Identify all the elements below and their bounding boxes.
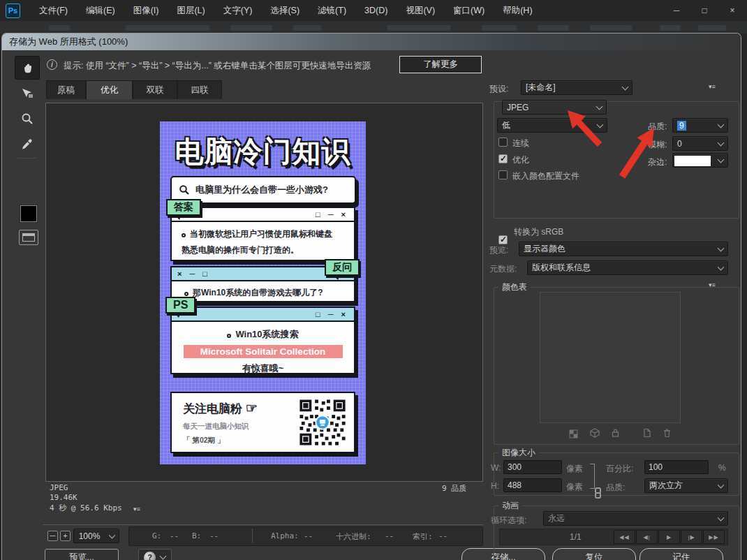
tab-optimized[interactable]: 优化 xyxy=(86,80,133,99)
window-controls-icon: × ─ □ xyxy=(177,270,210,278)
next-frame-button[interactable]: |▶ xyxy=(681,530,702,544)
answer-card: □ ─ × 答案 当初微软想让用户习惯使用鼠标和键盘 熟悉电脑的操作而专门打造的… xyxy=(170,207,355,261)
web-shift-cube-icon[interactable] xyxy=(590,428,600,441)
zoom-tool[interactable] xyxy=(15,107,40,131)
play-button[interactable]: ▶ xyxy=(658,530,680,544)
height-input[interactable]: 488 xyxy=(503,478,562,492)
menu-select[interactable]: 选择(S) xyxy=(261,0,309,21)
eyedropper-color-swatch[interactable] xyxy=(20,205,37,222)
zoom-level-dropdown[interactable]: 100% xyxy=(73,529,119,543)
new-color-icon[interactable] xyxy=(642,428,651,441)
hex-value: -- xyxy=(385,531,394,540)
previous-frame-button[interactable]: ◀| xyxy=(636,530,658,544)
info-icon: i xyxy=(47,59,57,70)
learn-more-button[interactable]: 了解更多 xyxy=(399,56,482,73)
ps-card: □ ─ × PS Win10系统搜索 Microsoft Solitair Co… xyxy=(170,307,355,374)
zoom-level-value: 100% xyxy=(74,529,105,543)
export-tip-text: 提示: 使用 “文件” > “导出” > “导出为...” 或右键单击某个图层可… xyxy=(64,60,371,72)
optimized-preview-area[interactable]: 电脑冷门知识 电脑里为什么会自带一些小游戏? □ ─ × 答案 当初微软想让用户… xyxy=(45,103,483,482)
menu-window[interactable]: 窗口(W) xyxy=(444,0,494,21)
eyedropper-tool[interactable] xyxy=(15,132,40,156)
preview-dropdown[interactable]: 显示器颜色 xyxy=(519,242,728,256)
g-label: G: xyxy=(152,531,161,540)
preset-dropdown[interactable]: [未命名] xyxy=(521,80,633,95)
preset-value: [未命名] xyxy=(522,81,618,94)
compression-value: 低 xyxy=(498,119,593,132)
status-quality: 9 品质 xyxy=(442,483,466,494)
first-frame-button[interactable]: ◀◀ xyxy=(614,530,635,544)
index-label: 索引: xyxy=(413,531,433,542)
menu-filter[interactable]: 滤镜(T) xyxy=(309,0,355,21)
tab-original[interactable]: 原稿 xyxy=(46,80,86,99)
quality-spinner[interactable]: 9 xyxy=(672,118,728,133)
format-dropdown[interactable]: JPEG xyxy=(502,100,607,115)
follow-title: 关注电脑粉 ☞ xyxy=(183,400,294,417)
window-controls-icon: □ ─ × xyxy=(316,310,348,318)
window-controls: ─ □ × xyxy=(667,0,741,21)
percent-input[interactable]: 100 xyxy=(644,460,709,474)
srgb-checkbox[interactable] xyxy=(498,235,508,244)
browser-select-button[interactable]: ? xyxy=(138,549,172,560)
minimize-button[interactable]: ─ xyxy=(667,6,686,15)
slice-visibility-icon xyxy=(22,233,35,242)
delete-color-icon[interactable] xyxy=(663,428,672,441)
blur-spinner[interactable]: 0 xyxy=(672,136,728,151)
matte-dropdown[interactable] xyxy=(672,153,728,168)
optimized-checkbox[interactable] xyxy=(498,154,508,163)
toggle-slices-visibility[interactable] xyxy=(19,230,38,245)
zoom-in-button[interactable]: + xyxy=(60,531,71,541)
pointing-hand-icon: ☞ xyxy=(246,401,258,415)
last-frame-button[interactable]: ▶▶ xyxy=(703,530,725,544)
slice-select-tool[interactable] xyxy=(15,82,40,105)
embed-profile-checkbox[interactable] xyxy=(498,170,508,179)
width-input[interactable]: 300 xyxy=(503,460,562,474)
height-label: H: xyxy=(491,481,499,491)
solitaire-highlight: Microsoft Solitair Collection xyxy=(184,345,343,358)
menu-layer[interactable]: 图层(L) xyxy=(168,0,214,21)
menu-edit[interactable]: 编辑(E) xyxy=(77,0,124,21)
compression-dropdown[interactable]: 低 xyxy=(497,118,607,133)
metadata-dropdown[interactable]: 版权和联系信息 xyxy=(527,260,728,275)
menu-type[interactable]: 文字(Y) xyxy=(214,0,262,21)
maximize-button[interactable]: □ xyxy=(695,6,713,15)
menu-help[interactable]: 帮助(H) xyxy=(494,0,541,21)
hand-tool[interactable] xyxy=(15,56,40,80)
lock-color-icon[interactable] xyxy=(611,428,620,441)
quality-label: 品质: xyxy=(648,121,667,133)
preview-in-browser-button[interactable]: 预览... xyxy=(45,549,119,560)
color-table-menu-icon[interactable]: ▾≡ xyxy=(709,281,716,288)
options-bar-blurred xyxy=(0,21,747,34)
chevron-down-icon xyxy=(159,556,166,559)
bottom-divider xyxy=(43,524,483,525)
zoom-out-button[interactable]: ─ xyxy=(47,531,58,541)
question-card: × ─ □ 反问 那Win10系统的自带游戏去哪儿了? xyxy=(170,266,355,302)
color-table-swatches[interactable] xyxy=(540,292,681,423)
index-value: -- xyxy=(438,531,448,540)
preview-status-menu-icon[interactable]: ▾≡ xyxy=(133,506,140,513)
hex-label: 十六进制: xyxy=(336,531,371,542)
hand-icon xyxy=(21,61,34,75)
progressive-checkbox[interactable] xyxy=(498,138,508,147)
tab-four-up[interactable]: 四联 xyxy=(177,80,222,99)
resample-quality-dropdown[interactable]: 两次立方 xyxy=(644,478,728,493)
preset-panel-menu-icon[interactable]: ▾≡ xyxy=(709,83,716,90)
menu-3d[interactable]: 3D(D) xyxy=(355,0,397,21)
poster-search-text: 电脑里为什么会自带一些小游戏? xyxy=(195,184,328,196)
menu-image[interactable]: 图像(I) xyxy=(124,0,168,21)
metadata-value: 版权和联系信息 xyxy=(528,261,713,274)
srgb-label: 转换为 sRGB xyxy=(514,226,563,238)
ps-line2: 有惊喜哦~ xyxy=(172,362,354,375)
loop-options-label: 循环选项: xyxy=(491,515,526,526)
ps-line1: Win10系统搜索 xyxy=(235,329,298,339)
loop-options-dropdown[interactable]: 永远 xyxy=(543,511,728,526)
chevron-down-icon xyxy=(713,119,727,132)
menu-view[interactable]: 视图(V) xyxy=(397,0,444,21)
dither-icon[interactable] xyxy=(569,429,578,441)
color-table-title: 颜色表 xyxy=(498,281,531,293)
answer-line1: 当初微软想让用户习惯使用鼠标和键盘 xyxy=(190,229,332,239)
tab-two-up[interactable]: 双联 xyxy=(133,80,177,99)
width-label: W: xyxy=(491,463,501,473)
menu-file[interactable]: 文件(F) xyxy=(30,0,77,21)
close-button[interactable]: × xyxy=(723,6,741,15)
bullet-icon xyxy=(182,233,186,237)
